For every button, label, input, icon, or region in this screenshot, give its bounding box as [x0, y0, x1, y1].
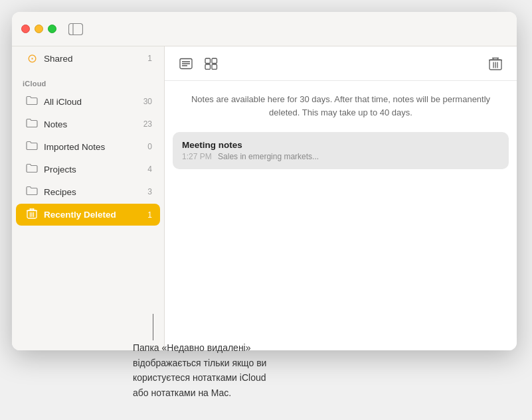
- title-bar: [12, 12, 517, 46]
- sidebar-item-imported-notes-label: Imported Notes: [44, 142, 142, 152]
- notes-list: Meeting notes 1:27 PM Sales in emerging …: [165, 127, 517, 175]
- grid-view-button[interactable]: [201, 53, 222, 74]
- minimize-button[interactable]: [35, 25, 43, 33]
- svg-rect-15: [212, 58, 217, 64]
- toolbar-left: [175, 53, 222, 74]
- sidebar-item-notes[interactable]: Notes 23: [16, 113, 160, 135]
- sidebar-item-all-icloud-count: 30: [143, 97, 152, 106]
- list-view-button[interactable]: [175, 53, 197, 74]
- sidebar-item-imported-notes[interactable]: Imported Notes 0: [16, 136, 160, 157]
- sidebar-item-recipes[interactable]: Recipes 3: [16, 181, 160, 202]
- svg-rect-17: [212, 64, 217, 70]
- sidebar-item-all-icloud[interactable]: All iCloud 30: [16, 91, 160, 112]
- main-content: ⊙ Shared 1 iCloud All iCloud 30: [12, 46, 517, 350]
- callout-area: Папка «Недавно видалені» відображається …: [133, 340, 286, 400]
- note-preview: Sales in emerging markets...: [218, 152, 319, 161]
- sidebar-item-shared-label: Shared: [44, 54, 142, 64]
- close-button[interactable]: [21, 25, 30, 33]
- sidebar-item-imported-notes-count: 0: [147, 142, 152, 151]
- sidebar-toggle-button[interactable]: [67, 23, 84, 36]
- sidebar-item-recently-deleted-count: 1: [147, 210, 152, 220]
- note-item[interactable]: Meeting notes 1:27 PM Sales in emerging …: [173, 132, 509, 169]
- folder-icon-all-icloud: [25, 95, 39, 108]
- sidebar-item-recipes-count: 3: [147, 187, 152, 196]
- sidebar-item-projects-label: Projects: [44, 165, 142, 175]
- svg-rect-16: [205, 64, 211, 70]
- delete-button[interactable]: [485, 53, 506, 74]
- sidebar-item-projects[interactable]: Projects 4: [16, 159, 160, 180]
- person-circle-icon: ⊙: [25, 51, 39, 66]
- sidebar-item-recipes-label: Recipes: [44, 187, 142, 197]
- note-title: Meeting notes: [182, 140, 499, 150]
- traffic-lights: [21, 25, 56, 33]
- info-banner: Notes are available here for 30 days. Af…: [165, 81, 517, 127]
- folder-icon-imported-notes: [25, 140, 39, 153]
- sidebar-item-notes-label: Notes: [44, 119, 138, 129]
- folder-icon-notes: [25, 117, 39, 131]
- content-pane: Notes are available here for 30 days. Af…: [165, 46, 517, 350]
- callout-text: Папка «Недавно видалені» відображається …: [133, 340, 286, 400]
- sidebar-section-icloud: iCloud: [12, 70, 164, 90]
- svg-rect-0: [69, 23, 83, 35]
- note-time: 1:27 PM: [182, 152, 212, 161]
- note-meta: 1:27 PM Sales in emerging markets...: [182, 152, 499, 161]
- svg-rect-14: [205, 58, 211, 64]
- sidebar: ⊙ Shared 1 iCloud All iCloud 30: [12, 46, 165, 350]
- callout-line: [153, 314, 153, 340]
- sidebar-item-notes-count: 23: [143, 119, 152, 129]
- sidebar-item-shared[interactable]: ⊙ Shared 1: [16, 47, 160, 70]
- sidebar-item-recently-deleted-label: Recently Deleted: [44, 210, 142, 220]
- folder-icon-recipes: [25, 185, 39, 198]
- trash-icon-recently-deleted: [25, 208, 39, 222]
- sidebar-item-recently-deleted[interactable]: Recently Deleted 1: [16, 204, 160, 226]
- maximize-button[interactable]: [48, 25, 56, 33]
- content-toolbar: [165, 46, 517, 81]
- app-window: ⊙ Shared 1 iCloud All iCloud 30: [12, 12, 517, 350]
- sidebar-item-shared-count: 1: [147, 54, 152, 63]
- sidebar-item-projects-count: 4: [147, 165, 152, 174]
- sidebar-item-all-icloud-label: All iCloud: [44, 97, 138, 107]
- folder-icon-projects: [25, 163, 39, 176]
